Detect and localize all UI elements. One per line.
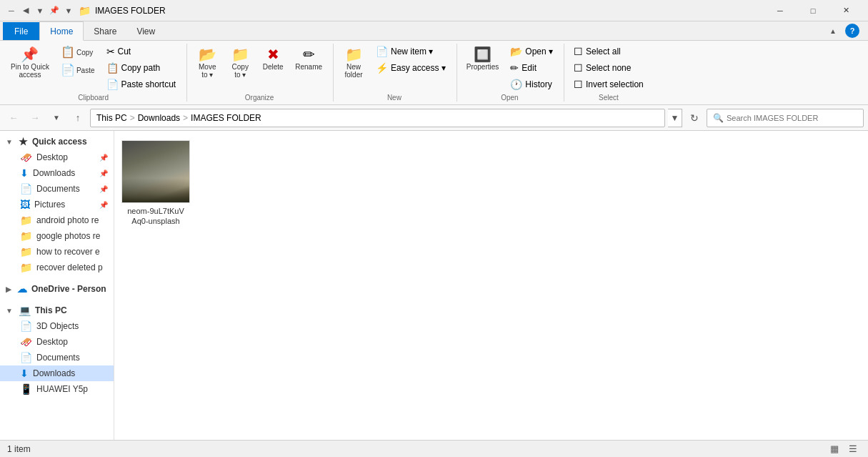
tab-view[interactable]: View — [126, 22, 165, 40]
paste-button[interactable]: 📄 Paste — [56, 62, 100, 79]
new-item-icon: 📄 — [376, 46, 388, 57]
copy-path-button[interactable]: 📋 Copy path — [101, 60, 181, 76]
move-to-button[interactable]: 📂 Moveto ▾ — [191, 44, 223, 82]
tab-home[interactable]: Home — [39, 21, 84, 41]
window-minimize-button[interactable]: ─ — [764, 0, 797, 21]
move-to-icon: 📂 — [199, 47, 216, 62]
pin-btn-icon: 📌 — [21, 47, 39, 62]
ribbon-group-new: 📁 Newfolder 📄 New item ▾ ⚡ Easy access ▾… — [338, 44, 457, 102]
sidebar-item-android[interactable]: 📁 android photo re — [0, 212, 114, 228]
sidebar-section-quick-access[interactable]: ▼ ★ Quick access — [0, 134, 114, 149]
details-view-button[interactable]: ☰ — [845, 441, 861, 457]
pin-dropdown-icon[interactable]: ▼ — [63, 5, 74, 16]
ribbon-group-open: 🔲 Properties 📂 Open ▾ ✏ Edit 🕐 History — [462, 44, 564, 102]
sidebar-section-thispc[interactable]: ▼ 💻 This PC — [0, 303, 114, 318]
huawei-icon: 📱 — [20, 383, 32, 395]
sidebar-item-recover[interactable]: 📁 recover deleted p — [0, 260, 114, 275]
sidebar-item-pictures-quick[interactable]: 🖼 Pictures 📌 — [0, 197, 114, 212]
pin-indicator: 📌 — [99, 154, 108, 162]
downloads-pc-icon: ⬇ — [20, 368, 29, 379]
sidebar-item-how-to[interactable]: 📁 how to recover e — [0, 244, 114, 260]
open-col: 📂 Open ▾ ✏ Edit 🕐 History — [505, 44, 558, 92]
invert-selection-button[interactable]: ☐ Invert selection — [569, 77, 649, 92]
forward-button[interactable]: → — [26, 109, 44, 127]
sidebar-huawei-label: HUAWEI Y5p — [36, 384, 88, 394]
window-maximize-button[interactable]: □ — [797, 0, 829, 21]
onedrive-icon: ☁ — [17, 283, 27, 295]
sidebar-item-google[interactable]: 📁 google photos re — [0, 228, 114, 244]
tab-file[interactable]: File — [3, 22, 39, 40]
address-dropdown-button[interactable]: ▼ — [668, 109, 682, 127]
sidebar-google-label: google photos re — [36, 231, 100, 241]
sidebar-recover-label: recover deleted p — [36, 262, 103, 272]
help-btn[interactable]: ? — [845, 24, 859, 38]
sidebar-downloads-label: Downloads — [33, 168, 75, 178]
recent-locations-button[interactable]: ▼ — [47, 109, 66, 127]
pictures-icon: 🖼 — [20, 199, 30, 210]
edit-icon: ✏ — [510, 62, 519, 74]
sidebar-downloads-pc-label: Downloads — [33, 368, 75, 378]
3d-icon: 📄 — [20, 320, 32, 332]
sidebar-item-downloads-quick[interactable]: ⬇ Downloads 📌 — [0, 165, 114, 181]
android-folder-icon: 📁 — [20, 215, 32, 226]
rename-icon: ✏ — [303, 47, 315, 62]
sidebar-item-desktop-pc[interactable]: 🛷 Desktop — [0, 334, 114, 350]
refresh-button[interactable]: ↻ — [685, 109, 704, 127]
back-button[interactable]: ← — [4, 109, 23, 127]
pin-icon[interactable]: 📌 — [49, 5, 60, 16]
new-folder-button[interactable]: 📁 Newfolder — [338, 44, 369, 82]
pin-indicator3: 📌 — [99, 185, 108, 193]
sidebar-documents-label: Documents — [36, 184, 80, 194]
properties-button[interactable]: 🔲 Properties — [462, 44, 504, 74]
sidebar-pictures-label: Pictures — [34, 200, 65, 210]
file-thumbnail — [121, 140, 190, 203]
path-downloads: Downloads — [138, 113, 180, 123]
edit-button[interactable]: ✏ Edit — [505, 60, 558, 76]
ribbon: File Home Share View ▲ ? 📌 Pin to Quick … — [0, 21, 868, 105]
file-item[interactable]: neom-9uL7tKuVAq0-unsplash — [120, 137, 191, 230]
main-area: ▼ ★ Quick access 🛷 Desktop 📌 ⬇ Downloads… — [0, 131, 868, 440]
search-box[interactable]: 🔍 — [707, 109, 864, 127]
minimize-icon[interactable]: ─ — [6, 5, 17, 16]
window-close-button[interactable]: ✕ — [829, 0, 862, 21]
cut-button[interactable]: ✂ Cut — [101, 44, 181, 59]
sidebar-section-onedrive[interactable]: ▶ ☁ OneDrive - Person — [0, 281, 114, 297]
sidebar-item-huawei[interactable]: 📱 HUAWEI Y5p — [0, 381, 114, 397]
select-all-button[interactable]: ☐ Select all — [569, 44, 649, 59]
thispc-label: This PC — [35, 305, 67, 315]
sidebar-item-downloads-pc[interactable]: ⬇ Downloads — [0, 365, 114, 381]
file-thumbnail-preview — [122, 141, 189, 202]
sidebar-item-documents-pc[interactable]: 📄 Documents — [0, 350, 114, 365]
status-bar: 1 item ▦ ☰ — [0, 440, 868, 457]
up-button[interactable]: ↑ — [69, 109, 87, 127]
clipboard-label: Clipboard — [6, 92, 181, 102]
address-bar: ← → ▼ ↑ This PC > Downloads > IMAGES FOL… — [0, 105, 868, 131]
paste-shortcut-button[interactable]: 📄 Paste shortcut — [101, 77, 181, 92]
ribbon-content: 📌 Pin to Quick access 📋 Copy 📄 Paste — [0, 41, 868, 104]
sidebar-item-3d-objects[interactable]: 📄 3D Objects — [0, 318, 114, 334]
history-button[interactable]: 🕐 History — [505, 77, 558, 92]
paste-shortcut-icon: 📄 — [106, 79, 119, 90]
back-icon[interactable]: ◀ — [20, 5, 31, 16]
easy-access-button[interactable]: ⚡ Easy access ▾ — [371, 60, 451, 76]
open-button[interactable]: 📂 Open ▾ — [505, 44, 558, 59]
new-item-button[interactable]: 📄 New item ▾ — [371, 44, 451, 59]
tab-share[interactable]: Share — [84, 22, 126, 40]
select-none-button[interactable]: ☐ Select none — [569, 60, 649, 76]
pin-to-quick-access-button[interactable]: 📌 Pin to Quick access — [6, 44, 54, 82]
address-path[interactable]: This PC > Downloads > IMAGES FOLDER — [90, 109, 665, 127]
search-input[interactable] — [727, 114, 857, 122]
ribbon-expand-btn[interactable]: ▲ — [824, 21, 842, 40]
delete-button[interactable]: ✖ Delete — [257, 44, 289, 74]
open-icon: 📂 — [510, 46, 522, 57]
rename-button[interactable]: ✏ Rename — [290, 44, 327, 74]
copy-button[interactable]: 📋 Copy — [56, 44, 100, 61]
desktop-pc-icon: 🛷 — [20, 336, 32, 348]
quick-access-label: Quick access — [32, 137, 87, 147]
organize-label: Organize — [191, 92, 327, 102]
large-icons-view-button[interactable]: ▦ — [827, 441, 842, 457]
copy-to-button[interactable]: 📁 Copyto ▾ — [224, 44, 256, 82]
dropdown-icon[interactable]: ▼ — [34, 5, 46, 16]
sidebar-item-documents-quick[interactable]: 📄 Documents 📌 — [0, 181, 114, 197]
sidebar-item-desktop-quick[interactable]: 🛷 Desktop 📌 — [0, 149, 114, 165]
